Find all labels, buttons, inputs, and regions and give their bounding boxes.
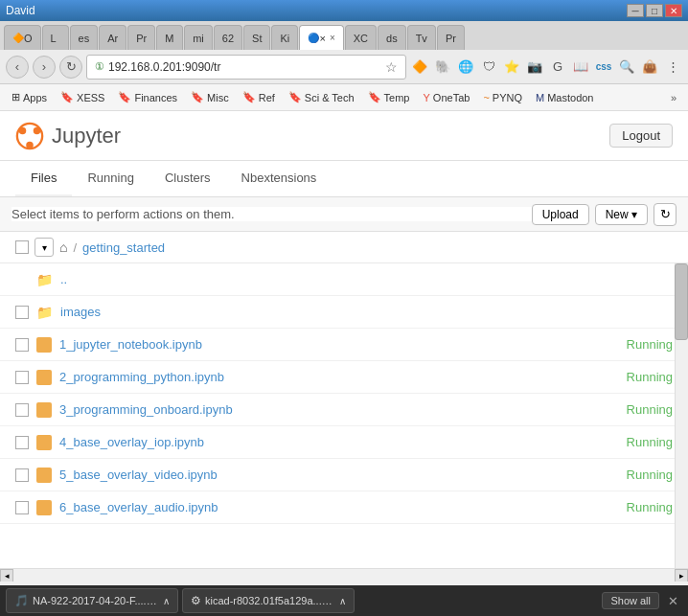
wallet-icon[interactable]: 👜 [640, 57, 659, 77]
css-icon[interactable]: css [594, 57, 613, 77]
browser-tab[interactable]: 🔶O [4, 25, 41, 50]
file-checkbox[interactable] [15, 371, 29, 384]
browser-tab[interactable]: ds [378, 25, 406, 50]
row-spacer [15, 273, 29, 286]
file-name[interactable]: .. [60, 272, 673, 286]
browser-tab[interactable]: 62 [214, 25, 242, 50]
taskbar-close-button[interactable]: ✕ [663, 591, 682, 610]
jupyter-logo-icon [15, 122, 44, 150]
breadcrumb-current[interactable]: getting_started [82, 240, 165, 255]
horizontal-scrollbar[interactable]: ◂ ▸ [0, 568, 688, 582]
bookmark-apps[interactable]: ⊞ Apps [6, 89, 53, 105]
tab-close-icon[interactable]: × [330, 33, 335, 43]
scroll-thumb[interactable] [675, 263, 688, 340]
bookmark-star-icon[interactable]: ☆ [385, 59, 398, 75]
file-checkbox[interactable] [15, 338, 29, 352]
bookmark-pynq[interactable]: ~ PYNQ [477, 90, 528, 105]
bookmark-sci-tech[interactable]: 🔖 Sci & Tech [283, 89, 360, 105]
file-name[interactable]: 4_base_overlay_iop.ipynb [59, 435, 619, 449]
notebook-icon [36, 370, 52, 385]
audio-icon: 🎵 [14, 594, 29, 607]
close-button[interactable]: ✕ [665, 4, 682, 17]
back-button[interactable]: ‹ [6, 56, 29, 79]
show-all-button[interactable]: Show all [602, 592, 659, 609]
file-checkbox[interactable] [15, 403, 29, 417]
bookmark-label: XESS [77, 92, 104, 103]
browser-tab[interactable]: Tv [407, 25, 436, 50]
bookmark-misc[interactable]: 🔖 Misc [185, 89, 235, 105]
refresh-button[interactable]: ↻ [654, 203, 677, 226]
taskbar-item-kicad[interactable]: ⚙ kicad-r8032.01f5a129a....exe ∧ [182, 588, 355, 613]
file-name[interactable]: 2_programming_python.ipynb [59, 370, 619, 384]
zoom-icon[interactable]: 🔍 [617, 57, 636, 77]
file-list-container[interactable]: 📁 .. 📁 images 1_jupyter_notebook.ipynb R… [0, 263, 688, 568]
file-checkbox[interactable] [15, 306, 29, 319]
scroll-track[interactable] [13, 569, 675, 582]
apps-icon: ⊞ [11, 91, 20, 103]
vertical-scrollbar[interactable] [675, 263, 688, 568]
home-icon[interactable]: ⌂ [59, 240, 67, 255]
taskbar-item-audio[interactable]: 🎵 NA-922-2017-04-20-F....mp3 ∧ [6, 588, 178, 613]
readability-icon[interactable]: 📖 [571, 57, 590, 77]
tab-files[interactable]: Files [15, 161, 72, 196]
memex-icon[interactable]: 🐘 [433, 57, 452, 77]
browser-tab[interactable]: Pr [127, 25, 155, 50]
bookmark-label: Apps [23, 92, 47, 103]
ublock-icon[interactable]: 🛡 [479, 57, 498, 77]
file-row-1: 1_jupyter_notebook.ipynb Running [0, 329, 688, 361]
title-bar-left: David [6, 4, 35, 17]
file-checkbox[interactable] [15, 501, 29, 514]
bookmark-ref[interactable]: 🔖 Ref [237, 89, 281, 105]
browser-tab[interactable]: M [156, 25, 183, 50]
sort-button[interactable]: ▾ [34, 238, 54, 257]
browser-tab[interactable]: Ar [99, 25, 126, 50]
title-bar: David ─ □ ✕ [0, 0, 688, 21]
browser-tab[interactable]: Pr [437, 25, 465, 50]
logout-button[interactable]: Logout [609, 124, 673, 148]
file-name[interactable]: 5_base_overlay_video.ipynb [59, 468, 619, 482]
scroll-left-button[interactable]: ◂ [0, 569, 13, 582]
lastpass-icon[interactable]: ⭐ [502, 57, 521, 77]
browser-tab[interactable]: mi [184, 25, 213, 50]
bookmarks-more[interactable]: » [665, 90, 682, 105]
worldbrain-icon[interactable]: 🌐 [456, 57, 475, 77]
browser-tab[interactable]: es [70, 25, 99, 50]
extensions-icon[interactable]: 🔶 [410, 57, 429, 77]
file-row-2: 2_programming_python.ipynb Running [0, 361, 688, 394]
bookmark-xess[interactable]: 🔖 XESS [55, 89, 110, 105]
url-bar[interactable]: ① 192.168.0.201:9090/tr ☆ [86, 55, 406, 80]
minimize-button[interactable]: ─ [627, 4, 644, 17]
browser-tab[interactable]: XC [345, 25, 377, 50]
bookmark-finances[interactable]: 🔖 Finances [112, 89, 183, 105]
tab-clusters[interactable]: Clusters [149, 161, 226, 196]
notebook-icon [36, 468, 52, 483]
goog-icon[interactable]: G [548, 57, 567, 77]
browser-tab[interactable]: St [243, 25, 270, 50]
bookmark-temp[interactable]: 🔖 Temp [362, 89, 416, 105]
tab-running[interactable]: Running [72, 161, 149, 196]
file-name[interactable]: 3_programming_onboard.ipynb [59, 402, 619, 417]
reload-button[interactable]: ↻ [59, 56, 82, 79]
file-checkbox[interactable] [15, 468, 29, 482]
maximize-button[interactable]: □ [646, 4, 663, 17]
task-label: kicad-r8032.01f5a129a....exe [205, 595, 333, 606]
menu-icon[interactable]: ⋮ [663, 57, 682, 77]
file-name[interactable]: 6_base_overlay_audio.ipynb [59, 500, 619, 514]
bookmark-mastodon[interactable]: M Mastodon [530, 90, 599, 105]
forward-button[interactable]: › [33, 56, 56, 79]
upload-button[interactable]: Upload [532, 204, 589, 225]
file-name[interactable]: images [60, 305, 673, 319]
bookmark-label: Sci & Tech [305, 92, 355, 103]
scroll-right-button[interactable]: ▸ [675, 569, 688, 582]
file-checkbox[interactable] [15, 436, 29, 449]
browser-tab[interactable]: L [42, 25, 69, 50]
camera-icon[interactable]: 📷 [525, 57, 544, 77]
file-row-4: 4_base_overlay_iop.ipynb Running [0, 426, 688, 459]
tab-nbextensions[interactable]: Nbextensions [226, 161, 333, 196]
browser-tab-active[interactable]: 🔵 × × [299, 25, 343, 50]
select-all-checkbox[interactable] [15, 240, 29, 254]
bookmark-onetab[interactable]: Y OneTab [418, 90, 476, 105]
file-name[interactable]: 1_jupyter_notebook.ipynb [59, 337, 619, 352]
new-button[interactable]: New ▾ [595, 204, 648, 225]
browser-tab[interactable]: Ki [271, 25, 298, 50]
